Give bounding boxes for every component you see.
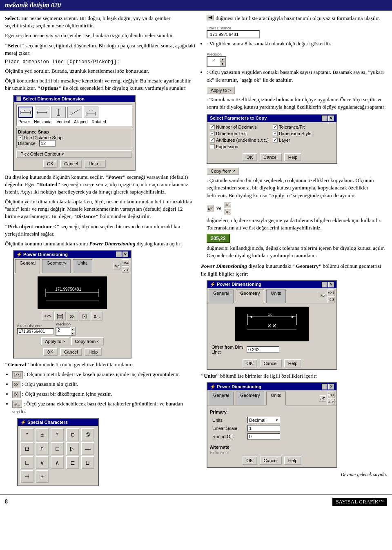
tab-general[interactable]: General xyxy=(15,259,40,273)
geom-tab-general[interactable]: General xyxy=(209,289,234,303)
sp-close-btn[interactable]: ✕ xyxy=(328,116,334,121)
geom-ok-btn[interactable]: OK xyxy=(243,359,257,367)
units-cancel-btn[interactable]: Cancel xyxy=(260,456,282,465)
power-cancel-btn[interactable]: Cancel xyxy=(60,348,82,356)
units-tab-units[interactable]: Units xyxy=(266,392,285,405)
sp-cancel-btn[interactable]: Cancel xyxy=(260,153,282,161)
geom-plus-btn[interactable]: +0.1 xyxy=(327,289,335,296)
sp-ok-btn[interactable]: OK xyxy=(243,153,257,161)
diameter-btn[interactable]: ø... xyxy=(91,312,102,321)
units-close-btn[interactable]: ✕ xyxy=(328,384,334,390)
dim-power-icon[interactable]: P xyxy=(18,107,33,118)
units-tab-geometry[interactable]: Geometry xyxy=(236,392,264,405)
sp-minimize-btn[interactable]: _ xyxy=(322,116,327,121)
sp-help-btn[interactable]: Help xyxy=(284,153,302,161)
geom-tab-geometry[interactable]: Geometry xyxy=(236,289,264,303)
round-off-input[interactable]: 0 xyxy=(247,433,280,440)
cb-dim-style-box[interactable] xyxy=(273,131,278,136)
units-dropdown[interactable]: Decimal ▼ xyxy=(247,417,280,423)
geom-minimize-btn[interactable]: _ xyxy=(322,282,327,287)
char-degree[interactable]: ° xyxy=(20,428,33,441)
precision-field[interactable]: 2 xyxy=(56,327,70,335)
cb-attributes-box[interactable] xyxy=(210,138,215,143)
xx-btn[interactable]: xx xyxy=(67,312,78,321)
use-snap-checkbox[interactable]: Use Distance Snap xyxy=(18,135,131,140)
units-help-btn[interactable]: Help xyxy=(284,456,302,465)
char-angle[interactable]: ∟ xyxy=(20,456,33,469)
dim-aligned-icon[interactable] xyxy=(67,107,82,118)
geom-tab-units[interactable]: Units xyxy=(266,289,285,303)
box-x-btn[interactable]: [x] xyxy=(79,312,90,321)
linear-scale-input[interactable]: 1 xyxy=(247,425,280,432)
apply-to-inline-btn[interactable]: Apply to > xyxy=(207,86,235,94)
dim-ok-btn[interactable]: OK xyxy=(43,160,58,168)
cb-layer-box[interactable] xyxy=(273,138,278,143)
minus-tolerance-inline-btn[interactable]: -0.2 xyxy=(224,209,231,215)
units-h7-btn[interactable]: h7 xyxy=(319,395,326,402)
units-minus-btn[interactable]: -0.2 xyxy=(327,399,335,405)
copy-from-inline-btn[interactable]: Copy from < xyxy=(207,167,239,175)
offset-input[interactable]: 0.262 xyxy=(247,346,279,353)
char-brack[interactable]: ⊏ xyxy=(66,456,79,469)
units-minimize-btn[interactable]: _ xyxy=(322,384,327,390)
char-plus[interactable]: + xyxy=(36,470,49,483)
h7-btn[interactable]: h7 xyxy=(113,263,120,269)
geom-close-btn[interactable]: ✕ xyxy=(328,282,334,287)
pick-contour-btn[interactable]: Pick Object Contour < xyxy=(16,150,132,158)
bullet-underline: xx : Ölçü yazısının altı çizilir. xyxy=(12,381,197,388)
geom-minus-btn[interactable]: -0.2 xyxy=(327,296,335,303)
dim-rotated-icon[interactable] xyxy=(84,107,98,118)
cb-dim-style: Dimension Style xyxy=(273,131,334,136)
prec-up-btn[interactable]: ▲ xyxy=(70,327,75,331)
exact-dist-field[interactable]: 171.99756481 xyxy=(17,328,54,334)
power-help-btn[interactable]: Help xyxy=(85,348,102,356)
dim-help-btn[interactable]: Help... xyxy=(85,160,106,168)
char-line[interactable]: — xyxy=(81,442,94,455)
use-snap-cb[interactable] xyxy=(18,135,23,140)
power-dim-dialog-general: ⚡ Power Dimensioning _ ✕ General Geometr… xyxy=(13,250,131,359)
distance-input[interactable]: 12 xyxy=(39,140,56,147)
geom-cancel-btn[interactable]: Cancel xyxy=(260,359,282,367)
char-star[interactable]: * xyxy=(51,428,64,441)
cb-num-decimals-box[interactable] xyxy=(210,125,215,129)
copy-from-btn[interactable]: Copy from < xyxy=(71,337,104,345)
char-omega[interactable]: Ω xyxy=(20,442,33,455)
power-dim-title: ⚡ Power Dimensioning _ ✕ xyxy=(14,251,131,258)
apply-to-btn[interactable]: Apply to > xyxy=(41,337,69,345)
minus-tolerance-btn[interactable]: -0.2 xyxy=(122,266,129,273)
prec-down-btn[interactable]: ▼ xyxy=(70,331,75,335)
char-check[interactable]: ∨ xyxy=(36,456,49,469)
geom-help-btn[interactable]: Help xyxy=(284,359,302,367)
dim-horizontal-icon[interactable] xyxy=(35,107,49,118)
cb-expression-box[interactable] xyxy=(210,144,215,149)
dim-cancel-btn[interactable]: Cancel xyxy=(60,160,82,168)
char-arrow[interactable]: ▷ xyxy=(66,442,79,455)
close-btn[interactable]: ✕ xyxy=(122,252,128,257)
tab-geometry[interactable]: Geometry xyxy=(42,259,71,273)
power-ok-btn[interactable]: OK xyxy=(43,348,58,356)
cb-tolerance-box[interactable] xyxy=(273,125,278,129)
plus-tolerance-inline-btn[interactable]: +0.1 xyxy=(224,202,231,208)
char-tack[interactable]: ⊣ xyxy=(20,470,33,483)
plus-tolerance-btn[interactable]: +0.1 xyxy=(122,259,129,266)
cb-dim-text-box[interactable] xyxy=(210,131,215,136)
char-square[interactable]: □ xyxy=(51,442,64,455)
char-copyright[interactable]: © xyxy=(81,428,94,441)
tab-units[interactable]: Units xyxy=(73,259,92,273)
char-caret[interactable]: ∧ xyxy=(51,456,64,469)
h7-inline-btn[interactable]: h7 xyxy=(207,205,214,212)
char-brack2[interactable]: ⊔ xyxy=(81,456,94,469)
para-eger: Eğer seçilen nesne yay ya da çember ise,… xyxy=(5,32,197,39)
geom-h7-btn[interactable]: h7 xyxy=(319,293,326,299)
char-E[interactable]: E xyxy=(66,428,79,441)
angle-bracket-btn[interactable]: <<> xyxy=(42,312,53,321)
minimize-btn[interactable]: _ xyxy=(116,252,122,257)
char-plusminus[interactable]: ± xyxy=(36,428,49,441)
para-olcu-kontur: Ölçü konturdan belirli bir mesafeye kene… xyxy=(5,77,197,92)
dim-vertical-icon[interactable] xyxy=(51,107,66,118)
char-P[interactable]: P xyxy=(36,442,49,455)
units-ok-btn[interactable]: OK xyxy=(243,456,257,465)
bracket-xx-btn[interactable]: [xx] xyxy=(54,312,66,321)
units-tab-general[interactable]: General xyxy=(209,392,234,405)
units-plus-btn[interactable]: +0.1 xyxy=(327,392,335,398)
